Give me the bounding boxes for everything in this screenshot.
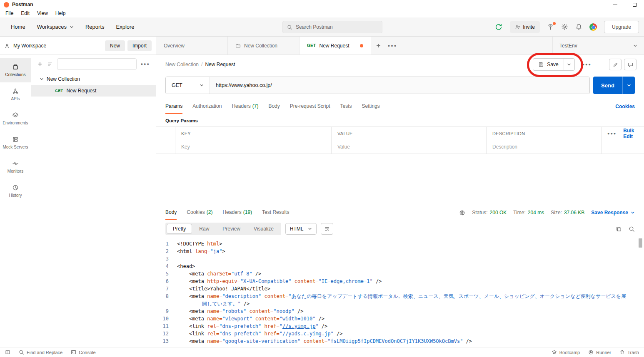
view-raw[interactable]: Raw [193,224,215,234]
nav-right-cluster: Invite Upgrade [494,21,639,33]
menu-help[interactable]: Help [52,10,70,16]
value-input[interactable] [337,144,486,150]
sidebar-toggle-button[interactable] [5,350,10,355]
sync-status-icon[interactable] [494,23,503,31]
scrollbar-thumb[interactable] [639,238,642,248]
send-dropdown-button[interactable] [622,77,635,94]
browser-icon[interactable] [589,23,597,31]
filter-icon[interactable] [47,61,53,67]
tab-tests[interactable]: Tests [340,99,352,114]
edit-button[interactable] [609,59,622,70]
settings-gear-icon[interactable] [561,23,568,30]
nav-explore[interactable]: Explore [110,17,140,36]
sidebar-item-monitors[interactable]: Monitors [0,155,31,179]
environment-selector[interactable]: TestEnv [552,37,644,55]
invite-button[interactable]: Invite [510,21,540,33]
copy-icon[interactable] [616,226,622,232]
save-response-button[interactable]: Save Response [591,210,635,216]
console-button[interactable]: Console [71,350,95,355]
tab-request[interactable]: GET New Request [300,37,371,55]
top-nav: Home Workspaces Reports Explore Search P… [0,17,644,37]
response-body-viewer[interactable]: 1<!DOCTYPE html>2<html lang="ja">34<head… [156,238,644,347]
new-button[interactable]: New [105,40,125,51]
format-button[interactable] [321,223,333,235]
more-options-icon[interactable]: ●●● [141,62,150,66]
value-column-header: VALUE [331,127,486,140]
cookies-link[interactable]: Cookies [615,99,635,114]
trash-button[interactable]: Trash [619,350,639,355]
sidebar-item-environments[interactable]: Environments [0,107,31,131]
comments-button[interactable] [624,59,637,70]
menu-file[interactable]: File [2,10,17,16]
add-icon[interactable] [37,61,43,67]
minimize-button[interactable] [606,0,625,9]
sidebar-item-mock-servers[interactable]: Mock Servers [0,131,31,155]
bulk-edit-link[interactable]: Bulk Edit [623,128,637,139]
network-icon[interactable] [459,210,465,216]
search-input[interactable]: Search Postman [282,21,382,33]
upgrade-button[interactable]: Upgrade [604,21,639,33]
tab-params[interactable]: Params [165,99,182,114]
new-tab-button[interactable] [371,37,385,55]
request-actions: Save ●●● [533,58,637,71]
url-input[interactable] [210,77,589,94]
key-column-header: KEY [175,127,331,140]
language-dropdown[interactable]: HTML [285,223,317,235]
trash-icon [619,350,625,355]
response-toolbar: Pretty Raw Preview Visualize HTML [156,220,644,238]
method-dropdown[interactable]: GET [166,77,210,94]
nav-home[interactable]: Home [5,17,31,36]
capture-requests-icon[interactable] [547,23,554,30]
notifications-bell-icon[interactable] [575,23,582,30]
tab-overview[interactable]: Overview [156,37,228,55]
time-label: Time: [513,210,526,216]
search-response-icon[interactable] [629,226,635,232]
maximize-icon [633,3,637,7]
request-more-options-icon[interactable]: ●●● [582,62,592,67]
size-value: 37.06 KB [564,210,584,216]
chevron-down-icon [627,83,631,87]
breadcrumb-collection[interactable]: New Collection [165,62,199,67]
find-and-replace-button[interactable]: Find and Replace [19,350,62,355]
tab-headers[interactable]: Headers(7) [232,99,258,114]
tab-settings[interactable]: Settings [362,99,380,114]
window-title: Postman [12,2,33,7]
import-button[interactable]: Import [127,40,152,51]
view-visualize[interactable]: Visualize [247,224,280,234]
menu-view[interactable]: View [33,10,52,16]
save-button[interactable]: Save [533,59,563,70]
key-input[interactable] [181,144,331,150]
history-icon [12,184,19,191]
runner-button[interactable]: Runner [588,350,611,355]
nav-workspaces[interactable]: Workspaces [31,17,80,36]
tree-item-collection[interactable]: New Collection [31,73,156,85]
sidebar-filter-input[interactable] [57,58,137,70]
maximize-button[interactable] [625,0,644,9]
view-pretty[interactable]: Pretty [167,224,192,234]
workspace-name[interactable]: My Workspace [13,43,46,49]
tab-pre-request-script[interactable]: Pre-request Script [290,99,330,114]
nav-reports[interactable]: Reports [80,17,110,36]
menu-edit[interactable]: Edit [17,10,33,16]
tab-authorization[interactable]: Authorization [192,99,222,114]
request-name: New Request [66,88,96,94]
sidebar-item-collections[interactable]: Collections [0,58,31,82]
save-dropdown-button[interactable] [564,59,574,70]
tab-body[interactable]: Body [268,99,280,114]
method-value: GET [172,82,182,88]
tab-test-results[interactable]: Test Results [262,205,289,220]
tab-more-options-icon[interactable]: ●●● [385,37,399,55]
view-preview[interactable]: Preview [216,224,247,234]
tab-response-cookies[interactable]: Cookies(2) [187,205,212,220]
description-input[interactable] [492,144,601,150]
bootcamp-button[interactable]: Bootcamp [552,350,580,355]
tree-item-request[interactable]: GET New Request [31,85,156,97]
tab-response-body[interactable]: Body [165,205,177,220]
sidebar-item-history[interactable]: History [0,179,31,203]
code-line: 1<!DOCTYPE html> [156,240,644,248]
tab-collection[interactable]: New Collection [228,37,300,55]
send-button[interactable]: Send [593,77,622,94]
tab-response-headers[interactable]: Headers(19) [222,205,252,220]
table-more-options-icon[interactable]: ●●● [607,131,617,136]
sidebar-item-apis[interactable]: APIs [0,82,31,107]
